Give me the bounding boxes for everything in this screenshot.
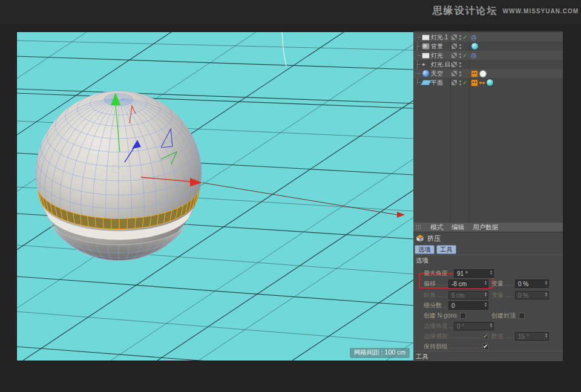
dotted-leader [450,333,481,338]
visibility-dots[interactable] [459,53,461,58]
param-input[interactable]: 0 °▲▼ [454,322,494,330]
edited-object-row[interactable]: 挤压 [413,232,563,244]
layer-swatch[interactable] [451,71,457,76]
spinner-arrows-icon[interactable]: ▲▼ [484,302,487,307]
param-label: 创建封顶 [491,312,516,320]
dotted-leader [450,270,452,275]
dotted-leader [450,323,452,328]
sky-icon [422,70,430,77]
texture-tag-icon[interactable] [486,79,494,87]
param-input[interactable]: 0 %▲▼ [515,291,549,299]
layer-swatch[interactable] [451,53,457,58]
layer-swatch[interactable] [451,44,457,49]
param-input[interactable]: 0▲▼ [448,301,488,310]
param-label: 保持群组 [424,342,448,351]
menu-item[interactable]: 用户数据 [473,223,498,232]
param-row: 细分数0▲▼ [413,301,563,311]
spinner-arrows-icon[interactable]: ▲▼ [545,292,548,296]
tab-tool[interactable]: 工具 [436,245,456,254]
dotted-leader [505,281,513,286]
param-checkbox[interactable] [460,313,466,319]
spinner-arrows-icon[interactable]: ▲▼ [490,322,493,327]
visibility-dots[interactable] [459,35,461,40]
object-name-label[interactable]: 背景 [431,42,443,51]
tree-stub [417,73,421,74]
param-input[interactable]: 91 °▲▼ [454,269,494,278]
param-label: 数值 [491,332,504,341]
param-label: 细分数 [424,301,442,310]
param-row: 创建 N-gons创建封顶 [413,312,563,321]
enabled-check-icon[interactable]: ✓ [462,79,467,86]
param-row: 斜角5 cm▲▼变量0 %▲▼ [413,291,563,301]
tree-stub [417,46,421,47]
enabled-check-icon[interactable]: ✓ [462,52,467,59]
light-icon [422,34,430,41]
visibility-dots[interactable] [459,71,461,76]
layer-swatch[interactable] [451,62,457,67]
tree-stub [417,37,421,38]
scene-canvas [17,32,413,361]
protection-tag-icon[interactable] [479,70,487,77]
enabled-check-icon[interactable]: ✓ [462,34,467,41]
viewport-3d[interactable]: 网格间距 : 100 cm [16,31,414,361]
layer-swatch[interactable] [451,80,457,85]
menu-item[interactable]: 模式 [430,223,443,232]
parameters-area: 最大角度91 °▲▼偏移-8 cm▲▼变量0 %▲▼斜角5 cm▲▼变量0 %▲… [413,265,563,351]
param-input[interactable]: 15 °▲▼ [515,332,549,341]
tree-stub [417,55,421,56]
dotted-leader [450,344,481,348]
param-checkbox[interactable]: ✔ [482,344,488,350]
light-target-icon: ⌖ [422,61,429,68]
param-label: 变量 [491,291,504,299]
param-label: 边缘角度 [424,322,448,330]
object-name-label[interactable]: 平面 [431,79,443,87]
visibility-dots[interactable] [459,62,461,67]
spinner-arrows-icon[interactable]: ▲▼ [484,280,487,285]
compositing-tag-icon[interactable] [471,70,478,77]
object-name-label[interactable]: 天空 [431,70,443,78]
section-options[interactable]: 选项 [413,255,563,265]
param-input[interactable]: 5 cm▲▼ [448,291,488,299]
grid-spacing-badge: 网格间距 : 100 cm [350,348,410,358]
object-name-label[interactable]: 灯光 [431,51,443,60]
param-value: 91 ° [457,270,468,277]
spinner-arrows-icon[interactable]: ▲▼ [545,333,548,338]
param-checkbox[interactable]: ✔ [482,333,488,339]
param-value: -8 cm [451,281,467,287]
spinner-arrows-icon[interactable]: ▲▼ [545,280,548,285]
object-row[interactable]: 灯光.1✓◎ [413,33,563,42]
phong-dots-icon[interactable] [479,82,485,84]
extrude-icon [416,234,424,243]
target-tag-icon[interactable]: ◎ [471,34,477,41]
texture-tag-icon[interactable] [471,42,479,50]
object-row[interactable]: 天空 [413,69,563,78]
param-label: 偏移 [424,279,436,288]
tag-strip [471,42,479,50]
section-tool-label: 工具 [416,353,428,360]
tag-strip: ◎ [471,34,477,41]
cinema4d-window: { "watermark": {"site_name": "思缘设计论坛", "… [0,0,581,392]
object-row[interactable]: ⌖灯光.目标 [413,60,563,69]
tag-strip [471,79,494,87]
panel-grid-icon[interactable] [416,224,422,230]
object-row[interactable]: 背景 [413,42,563,51]
target-tag-icon[interactable]: ◎ [471,52,477,59]
object-name-label[interactable]: 灯光.1 [431,33,448,42]
spinner-arrows-icon[interactable]: ▲▼ [490,270,493,275]
tab-options[interactable]: 选项 [415,245,435,254]
object-row[interactable]: 灯光✓◎ [413,51,563,60]
param-input[interactable]: -8 cm▲▼ [448,279,488,288]
layer-swatch[interactable] [451,34,457,40]
param-checkbox[interactable] [519,313,525,319]
param-value: 15 ° [518,333,529,340]
compositing-tag-icon[interactable] [471,79,478,87]
menu-item[interactable]: 编辑 [451,223,464,232]
param-label: 创建 N-gons [424,312,457,320]
object-row[interactable]: 平面✓ [413,78,563,87]
section-tool[interactable]: 工具 [413,351,563,361]
param-input[interactable]: 0 %▲▼ [515,279,549,288]
visibility-dots[interactable] [459,80,461,85]
param-label: 边缘捕捉 [424,332,448,341]
spinner-arrows-icon[interactable]: ▲▼ [484,292,487,296]
visibility-dots[interactable] [459,44,461,49]
